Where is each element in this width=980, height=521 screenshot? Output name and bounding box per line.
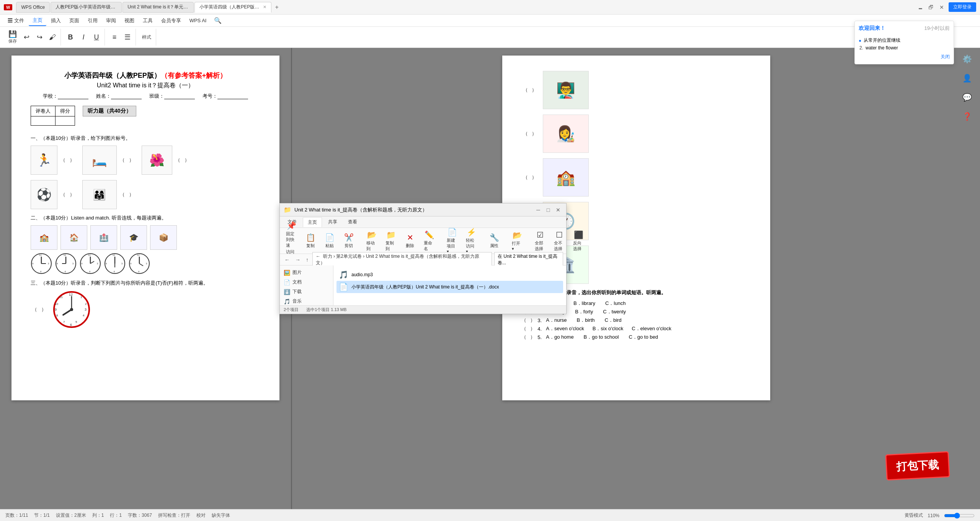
- fm-path-bar[interactable]: ← 听力 › 第2单元试卷 › Unit 2 What time is it_提…: [312, 252, 492, 267]
- ribbon-tab-member[interactable]: 会员专享: [157, 16, 185, 26]
- download-badge[interactable]: 打包下载: [885, 451, 950, 481]
- restore-icon[interactable]: 🗗: [927, 3, 935, 11]
- notification-item-1[interactable]: ● 从常开的位置继续: [859, 37, 950, 44]
- right-sidebar: ⚙️ 👤 💬 ❓: [954, 48, 980, 123]
- styles-button[interactable]: 样式: [140, 33, 154, 41]
- fm-new-item-button[interactable]: 📄新建项目 ▾: [444, 226, 461, 256]
- svg-text:12: 12: [137, 254, 140, 256]
- tab-close-icon[interactable]: ✕: [263, 5, 266, 10]
- fm-minimize-button[interactable]: ─: [534, 206, 542, 214]
- ribbon-tab-review[interactable]: 审阅: [102, 16, 120, 26]
- tab-primary-english[interactable]: 小学英语四级（人教PEP版）... ✕: [194, 2, 271, 13]
- section1-title: 一、（本题10分）听录音，给下列图片标号。: [31, 135, 260, 142]
- fm-file-docx[interactable]: 📄 小学英语四年级（人教PEP版）Unit 2 What time is it_…: [336, 281, 563, 293]
- fm-tab-view[interactable]: 查看: [343, 217, 362, 227]
- fm-rename-button[interactable]: ✏️重命名: [421, 229, 438, 253]
- fm-file-audio[interactable]: 🎵 audio.mp3: [336, 269, 563, 281]
- login-button[interactable]: 立即登录: [949, 2, 976, 12]
- fm-easy-access-button[interactable]: ⚡轻松访问 ▾: [463, 226, 480, 256]
- rs-help-icon[interactable]: ❓: [960, 110, 974, 123]
- italic-button[interactable]: I: [78, 33, 89, 41]
- fm-invert-select-button[interactable]: ⬛反向选择: [570, 229, 587, 253]
- notification-time: 19小时以前: [924, 25, 950, 34]
- question-5: （ ） 5. A．go home B．go to school C．go to …: [521, 334, 751, 341]
- rs-user-icon[interactable]: 👤: [960, 71, 974, 85]
- redo-button[interactable]: ↪: [34, 33, 45, 41]
- fm-copy-to-button[interactable]: 📁复制到: [382, 229, 399, 253]
- status-align: 校对: [196, 512, 206, 519]
- fm-up-button[interactable]: ↑: [304, 256, 310, 264]
- ribbon-tab-insert[interactable]: 插入: [47, 16, 65, 26]
- save-button[interactable]: 💾保存: [6, 30, 19, 45]
- align-center-button[interactable]: ☰: [122, 33, 133, 41]
- section3-clock: 12 3 6 9 1 2 4 5 7 8 10 11: [52, 290, 91, 329]
- rs-settings-icon[interactable]: ⚙️: [960, 52, 974, 66]
- question-4: （ ） 4. A．seven o'clock B．six o'clock C．e…: [521, 325, 751, 332]
- close-icon[interactable]: ✕: [938, 3, 946, 11]
- img-basketball: 🏃: [31, 146, 57, 175]
- ribbon-tab-reference[interactable]: 引用: [84, 16, 101, 26]
- fm-close-button[interactable]: ✕: [554, 206, 562, 214]
- figure-item-2: （ ） 👩‍🎨: [521, 115, 751, 153]
- fm-forward-button[interactable]: →: [294, 256, 302, 264]
- zoom-slider[interactable]: [944, 513, 975, 519]
- fm-tab-home[interactable]: 主页: [303, 217, 322, 227]
- section2-listen-images: 🏫 🏠 🏥 🎓 📦: [31, 225, 260, 250]
- fm-cut-button[interactable]: ✂️剪切: [340, 231, 357, 250]
- svg-text:12: 12: [64, 254, 66, 256]
- underline-button[interactable]: U: [91, 33, 102, 41]
- svg-text:6: 6: [70, 323, 72, 327]
- left-document-column[interactable]: 小学英语四年级（人教PEP版）（有参考答案+解析） Unit2 What tim…: [0, 48, 291, 509]
- search-icon[interactable]: 🔍: [214, 17, 222, 24]
- notification-close-button[interactable]: 关闭: [859, 54, 950, 60]
- tab-pep[interactable]: 人教PEP版小学英语四年级下册Unit...: [51, 2, 122, 13]
- fm-paste-button[interactable]: 📄粘贴: [321, 231, 338, 250]
- fm-toolbar: 📌固定到快速访问栏 📋复制 📄粘贴 ✂️剪切 📂移动到 📁复制到 ✕删除 ✏️重…: [280, 228, 566, 254]
- notification-item-2[interactable]: 2. water the flower: [859, 45, 950, 51]
- fm-tab-share[interactable]: 共享: [323, 217, 342, 227]
- ribbon-group-styles: 样式: [137, 29, 156, 46]
- fm-sidebar-pictures[interactable]: 🖼️图片: [280, 268, 333, 277]
- notification-title: 欢迎回来！: [859, 25, 885, 32]
- fm-open-button[interactable]: 📂打开 ▾: [509, 229, 526, 253]
- fm-title-icon: 📁: [284, 206, 291, 213]
- ribbon-content: 💾保存 ↩ ↪ 🖌 B I U ≡ ☰ 样式: [0, 27, 980, 48]
- ribbon-tab-file[interactable]: ☰ 文件: [4, 16, 28, 26]
- fm-search-input[interactable]: 在 Unit 2 What time is it_提高卷...: [494, 252, 563, 267]
- ribbon-tab-tools[interactable]: 工具: [139, 16, 157, 26]
- tab-add-button[interactable]: +: [272, 3, 281, 12]
- rs-message-icon[interactable]: 💬: [960, 90, 974, 104]
- ribbon-tab-wps-ai[interactable]: WPS AI: [186, 16, 211, 25]
- status-page-info: 页数：1/11: [5, 512, 28, 519]
- fm-properties-button[interactable]: 🔧属性: [486, 231, 503, 250]
- ribbon-tab-view[interactable]: 视图: [121, 16, 138, 26]
- fm-sidebar-downloads[interactable]: ⬇️下载: [280, 287, 333, 297]
- svg-text:2: 2: [85, 302, 87, 306]
- align-left-button[interactable]: ≡: [109, 33, 120, 41]
- svg-text:7: 7: [63, 320, 65, 324]
- listen-img-box: 📦: [150, 225, 177, 250]
- undo-button[interactable]: ↩: [21, 33, 32, 41]
- fm-select-none-button[interactable]: ☐全不选择: [551, 229, 568, 253]
- fm-sidebar-music[interactable]: 🎵音乐: [280, 297, 333, 305]
- section1-images-row: 🏃 （ ） 🛏️ （ ） 🌺 （ ）: [31, 146, 260, 175]
- window-controls: 🗕 🗗 ✕ 立即登录: [916, 2, 976, 12]
- format-painter-button[interactable]: 🖌: [47, 33, 58, 41]
- bold-button[interactable]: B: [65, 33, 76, 41]
- fm-move-to-button[interactable]: 📂移动到: [363, 229, 380, 253]
- svg-text:5: 5: [75, 320, 77, 324]
- fm-restore-button[interactable]: □: [544, 206, 552, 214]
- page-title-cn: 小学英语四年级（人教PEP版）（有参考答案+解析）: [31, 71, 260, 80]
- ribbon-tab-home[interactable]: 主页: [29, 15, 46, 26]
- fm-delete-button[interactable]: ✕删除: [402, 231, 418, 250]
- ribbon-tab-page[interactable]: 页面: [65, 16, 83, 26]
- minimize-icon[interactable]: 🗕: [916, 3, 924, 11]
- listen-img-graduation: 🎓: [120, 225, 147, 250]
- tab-wps-office[interactable]: WPS Office: [16, 2, 50, 13]
- fm-copy-button[interactable]: 📋复制: [302, 231, 319, 250]
- fm-select-all-button[interactable]: ☑全部选择: [532, 229, 549, 253]
- tab-unit2-q[interactable]: Unit 2 What time is it？单元质量检...: [122, 2, 194, 13]
- fm-back-button[interactable]: ←: [283, 256, 291, 264]
- fm-sidebar-documents[interactable]: 📄文档: [280, 277, 333, 287]
- status-mode[interactable]: 黄昏模式: [905, 512, 923, 519]
